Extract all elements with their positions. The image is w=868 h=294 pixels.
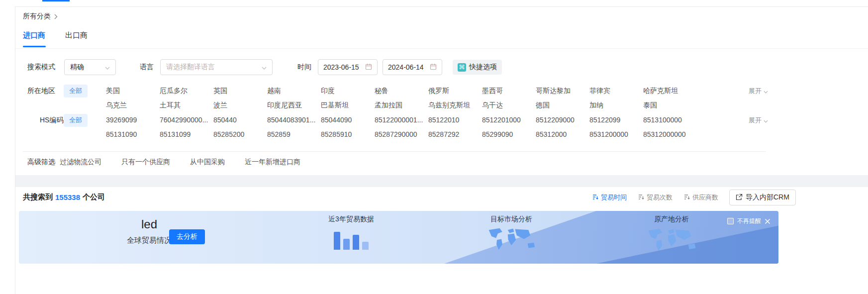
sort-supplier-count-label: 供应商数 [692,193,718,202]
chevron-down-icon [262,63,267,71]
advanced-filter-option[interactable]: 从中国采购 [190,158,225,167]
hs-options: 3926909976042990000...85044085044083901.… [106,115,698,139]
region-option[interactable]: 菲律宾 [589,86,643,96]
hs-code-option[interactable]: 85299090 [482,129,536,139]
region-option[interactable]: 墨西哥 [482,86,536,96]
analyze-button[interactable]: 去分析 [169,229,205,244]
dont-remind-checkbox[interactable] [727,218,734,224]
tab-exporters[interactable]: 出口商 [65,31,88,40]
bar [343,239,350,250]
hs-code-option[interactable]: 85285200 [213,129,267,139]
banner-trade-data-label: 近3年贸易数据 [321,215,381,224]
banner-target-market-block: 目标市场分析 [478,215,545,257]
region-expand-button[interactable]: 展开 [749,87,768,96]
advanced-filter-option[interactable]: 过滤物流公司 [60,158,101,167]
sort-trade-count-label: 贸易次数 [647,193,673,202]
region-option[interactable]: 乌克兰 [106,100,160,110]
sort-icon [592,194,599,202]
hs-row-2: 8513109085131099852852008528598528591085… [106,129,698,139]
hs-code-option[interactable]: 76042990000... [160,115,213,125]
region-option[interactable]: 俄罗斯 [428,86,482,96]
advanced-filter-option[interactable]: 近一年新增进口商 [245,158,300,167]
banner-origin-block: 原产地分析 [639,215,704,259]
region-label: 所在地区 [27,87,55,96]
region-all-chip[interactable]: 全部 [64,85,88,98]
quick-options-button[interactable]: ⌘ 快捷选项 [453,60,502,75]
hs-code-option[interactable]: 85122000001... [375,115,428,125]
hs-code-option[interactable]: 8512209000 [536,115,589,125]
region-option[interactable]: 孟加拉国 [375,100,428,110]
date-start-input[interactable]: 2023-06-15 [318,59,378,75]
hs-code-option[interactable]: 85131090 [106,129,160,139]
region-options: 美国厄瓜多尔英国越南印度秘鲁俄罗斯墨西哥哥斯达黎加菲律宾哈萨克斯坦 乌克兰土耳其… [106,86,698,110]
hs-code-option[interactable]: 85312000 [536,129,589,139]
hs-code-option[interactable]: 85044090 [321,115,375,125]
region-option[interactable]: 泰国 [643,100,697,110]
breadcrumb[interactable]: 所有分类 [23,12,58,21]
region-option[interactable]: 哥斯达黎加 [536,86,589,96]
region-row-2: 乌克兰土耳其波兰印度尼西亚巴基斯坦孟加拉国乌兹别克斯坦乌干达德国加纳泰国 [106,100,698,110]
sort-supplier-count[interactable]: 供应商数 [683,193,718,202]
region-option[interactable]: 越南 [267,86,321,96]
region-option[interactable]: 印度 [321,86,375,96]
hs-code-option[interactable]: 85285910 [321,129,375,139]
region-option[interactable]: 哈萨克斯坦 [643,86,697,96]
export-icon [736,194,743,202]
language-label: 语言 [140,63,154,72]
calendar-icon [365,63,372,72]
search-mode-label: 搜索模式 [27,63,55,72]
hs-code-option[interactable]: 8531200000 [589,129,643,139]
region-option[interactable]: 乌兹别克斯坦 [428,100,482,110]
hs-code-option[interactable]: 85122010 [428,115,482,125]
sort-icon [638,194,645,202]
hs-code-option[interactable]: 39269099 [106,115,160,125]
import-crm-button[interactable]: 导入内部CRM [729,190,796,205]
world-map-icon [639,226,704,259]
hs-code-option[interactable]: 85044083901... [267,115,321,125]
sort-trade-time[interactable]: 贸易时间 [592,193,627,202]
hs-code-option[interactable]: 850440 [213,115,267,125]
banner-target-market-label: 目标市场分析 [478,215,545,224]
date-end-input[interactable]: 2024-06-14 [383,59,442,75]
region-option[interactable]: 土耳其 [160,100,213,110]
search-mode-select[interactable]: 精确 [64,59,116,75]
results-number: 155338 [55,193,80,201]
hs-code-option[interactable]: 8513100000 [643,115,697,125]
hs-code-option[interactable]: 85312000000 [643,129,697,139]
hs-code-option[interactable]: 85122099 [589,115,643,125]
region-option[interactable]: 德国 [536,100,589,110]
hs-code-option[interactable]: 852859 [267,129,321,139]
bar [353,235,359,250]
region-option[interactable]: 巴基斯坦 [321,100,375,110]
banner-origin-label: 原产地分析 [639,215,704,224]
region-option[interactable]: 印度尼西亚 [267,100,321,110]
hs-code-option[interactable]: 85287290000 [375,129,428,139]
sort-trade-count[interactable]: 贸易次数 [638,193,673,202]
results-count: 共搜索到 155338 个公司 [23,193,105,202]
region-option[interactable]: 乌干达 [482,100,536,110]
region-option[interactable]: 加纳 [589,100,643,110]
hs-expand-button[interactable]: 展开 [749,116,768,125]
region-option[interactable]: 波兰 [213,100,267,110]
hs-all-chip[interactable]: 全部 [64,114,88,127]
hs-code-option[interactable]: 8512201000 [482,115,536,125]
advanced-filter-option[interactable]: 只有一个供应商 [121,158,170,167]
hs-code-option[interactable]: 85287292 [428,129,482,139]
active-tab-indicator [23,46,46,47]
tab-importers[interactable]: 进口商 [23,31,45,40]
time-label: 时间 [297,63,311,72]
chevron-down-icon [105,63,110,71]
language-select[interactable]: 请选择翻译语言 [160,59,273,75]
hs-code-option[interactable]: 85131099 [160,129,213,139]
language-placeholder: 请选择翻译语言 [166,63,215,72]
results-toolbar: 贸易时间 贸易次数 供应商数 导入内部CRM [592,190,796,205]
advanced-filter-label: 高级筛选 [27,158,55,167]
region-option[interactable]: 秘鲁 [375,86,428,96]
sort-icon [683,194,690,202]
region-option[interactable]: 英国 [213,86,267,96]
close-icon[interactable] [765,218,771,224]
region-option[interactable]: 厄瓜多尔 [160,86,213,96]
region-option[interactable]: 美国 [106,86,160,96]
dont-remind-label: 不再提醒 [737,217,761,225]
bar-chart-icon [321,230,381,250]
